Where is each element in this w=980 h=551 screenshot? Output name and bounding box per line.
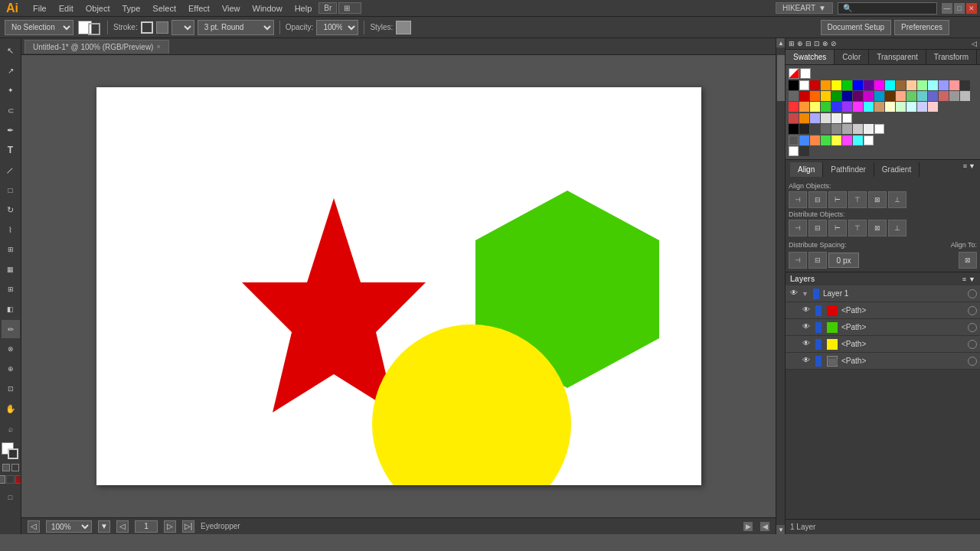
opacity-select[interactable]: 100% xyxy=(316,20,358,35)
gs-4[interactable] xyxy=(831,124,841,134)
swatch-lightcyan[interactable] xyxy=(928,80,938,90)
swatch-lime[interactable] xyxy=(821,102,831,112)
panel-icon-3[interactable]: ⊟ xyxy=(805,40,812,47)
gs-8[interactable] xyxy=(874,124,884,134)
document-tab[interactable]: Untitled-1* @ 100% (RGB/Preview) × xyxy=(24,40,169,54)
graph-tool[interactable]: ▦ xyxy=(2,260,20,279)
gs-3[interactable] xyxy=(821,124,831,134)
path-3-target[interactable] xyxy=(968,340,977,349)
swatch-midgray[interactable] xyxy=(789,91,799,101)
next-page-btn[interactable]: ▷ xyxy=(164,520,176,533)
scroll-left-btn[interactable]: ◁ xyxy=(28,520,40,533)
selection-dropdown[interactable]: No Selection xyxy=(5,20,74,35)
path-1-target[interactable] xyxy=(968,306,977,315)
maximize-button[interactable]: □ xyxy=(954,3,965,14)
bridge-button[interactable]: Br xyxy=(318,2,337,14)
zoom-tool[interactable]: ⌕ xyxy=(2,419,20,438)
spec-8[interactable] xyxy=(864,135,874,145)
swatch-cream[interactable] xyxy=(885,102,895,112)
swatch-orange2[interactable] xyxy=(810,91,820,101)
swatch-rose[interactable] xyxy=(939,91,949,101)
stroke-fill-swatch[interactable] xyxy=(156,21,168,34)
stroke-color-box[interactable] xyxy=(88,23,100,35)
swatch-darkgreen[interactable] xyxy=(831,91,841,101)
pattern-swatch-5[interactable] xyxy=(831,113,841,123)
artboard-tool[interactable]: ⊡ xyxy=(2,380,20,398)
layer-1-visibility[interactable]: 👁 xyxy=(789,289,799,299)
dist-left-btn[interactable]: ⊣ xyxy=(789,220,807,236)
magic-wand-tool[interactable]: ✦ xyxy=(2,81,20,99)
stop-button[interactable]: ◀ xyxy=(760,522,769,531)
gs-6[interactable] xyxy=(853,124,863,134)
line-tool[interactable]: | xyxy=(2,161,20,179)
spec-1[interactable] xyxy=(789,135,799,145)
swatch-lightyellow[interactable] xyxy=(810,102,820,112)
swatch-teal[interactable] xyxy=(917,91,927,101)
mesh-tool[interactable]: ⊞ xyxy=(2,280,20,298)
align-center-v-btn[interactable]: ⊠ xyxy=(868,191,887,208)
panel-icon-1[interactable]: ⊞ xyxy=(789,40,795,47)
layers-close-btn[interactable]: ▼ xyxy=(969,276,975,283)
menu-effect[interactable]: Effect xyxy=(183,2,215,15)
direct-selection-tool[interactable]: ↗ xyxy=(2,61,20,80)
blend-tool[interactable]: ⊗ xyxy=(2,340,20,358)
align-menu-btn[interactable]: ≡ xyxy=(963,162,967,177)
screen-mode-btn[interactable]: □ xyxy=(2,488,20,507)
align-close-btn[interactable]: ▼ xyxy=(969,162,975,177)
swatches-menu-btn[interactable]: ≡ xyxy=(977,50,980,64)
path-2-visibility[interactable]: 👁 xyxy=(801,322,812,333)
align-left-btn[interactable]: ⊣ xyxy=(789,191,807,208)
screen-mode-button[interactable]: ⊞ xyxy=(338,2,361,14)
fill-stroke-control[interactable] xyxy=(2,442,20,461)
spec-4[interactable] xyxy=(821,135,831,145)
path-1-visibility[interactable]: 👁 xyxy=(801,305,812,316)
panel-icon-2[interactable]: ⊕ xyxy=(797,40,803,47)
spec-6[interactable] xyxy=(842,135,852,145)
align-top-btn[interactable]: ⊤ xyxy=(848,191,867,208)
gs-5[interactable] xyxy=(842,124,852,134)
spec-3[interactable] xyxy=(810,135,820,145)
dist-bottom-btn[interactable]: ⊥ xyxy=(888,220,906,236)
swatch-ice[interactable] xyxy=(906,102,916,112)
zoom-down-btn[interactable]: ▼ xyxy=(98,520,110,533)
swatch-cyan[interactable] xyxy=(885,80,895,90)
swatch-brightred[interactable] xyxy=(789,102,799,112)
brush-select[interactable]: 3 pt. Round xyxy=(198,20,274,35)
last-page-btn[interactable]: ▷| xyxy=(182,520,194,533)
swap-colors-icon[interactable] xyxy=(2,464,10,471)
swatch-brightblue[interactable] xyxy=(831,102,841,112)
document-setup-button[interactable]: Document Setup xyxy=(821,20,892,35)
spec-7[interactable] xyxy=(853,135,863,145)
swatch-violet[interactable] xyxy=(864,91,874,101)
menu-help[interactable]: Help xyxy=(289,2,318,15)
zoom-select[interactable]: 100% xyxy=(46,520,92,533)
scroll-up-btn[interactable]: ▲ xyxy=(776,38,785,47)
spec-5[interactable] xyxy=(831,135,841,145)
swatch-orange[interactable] xyxy=(821,80,831,90)
warp-tool[interactable]: ⌇ xyxy=(2,220,20,239)
gradient-tool[interactable]: ◧ xyxy=(2,300,20,318)
stroke-swatch[interactable] xyxy=(141,21,153,34)
minimize-button[interactable]: — xyxy=(942,3,952,14)
gs-7[interactable] xyxy=(864,124,874,134)
path-2-row[interactable]: 👁 <Path> xyxy=(786,319,980,336)
play-button[interactable]: ▶ xyxy=(743,522,753,531)
swatch-lightgray[interactable] xyxy=(960,91,970,101)
path-1-row[interactable]: 👁 <Path> xyxy=(786,302,980,319)
path-4-visibility[interactable]: 👁 xyxy=(801,356,812,367)
prev-page-btn[interactable]: ◁ xyxy=(116,520,129,533)
artboard[interactable] xyxy=(96,87,701,485)
tab-color[interactable]: Color xyxy=(835,50,869,64)
align-tab[interactable]: Align xyxy=(790,162,823,177)
swatch-fuchsia[interactable] xyxy=(853,102,863,112)
shape-tool[interactable]: □ xyxy=(2,181,20,199)
path-2-target[interactable] xyxy=(968,323,977,332)
spec-2[interactable] xyxy=(799,135,809,145)
swatch-lightgreen[interactable] xyxy=(917,80,927,90)
swatch-black[interactable] xyxy=(789,80,799,90)
align-bottom-btn[interactable]: ⊥ xyxy=(888,191,906,208)
swatch-lavender[interactable] xyxy=(939,80,949,90)
swatch-slate[interactable] xyxy=(928,91,938,101)
layer-1-expand[interactable]: ▼ xyxy=(802,290,809,298)
type-tool[interactable]: T xyxy=(2,141,20,159)
